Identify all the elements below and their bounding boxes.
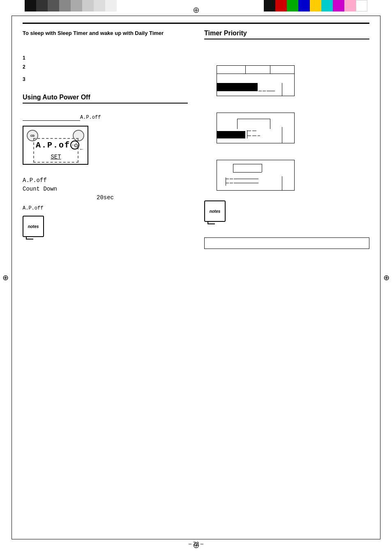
color-strip-left <box>25 0 117 12</box>
spacer-r2 <box>204 100 369 113</box>
device-display-mockup: CD A.P.off SET ○ ← <box>23 126 88 165</box>
tl3-box-top <box>233 164 262 164</box>
tl2-hline-bottom <box>217 143 295 143</box>
tl1-vline-left <box>217 65 217 96</box>
cs-r-blue <box>298 0 310 12</box>
countdown-line1: A.P.off <box>23 176 188 185</box>
tl1-dash3 <box>267 91 275 91</box>
tl3-box-right <box>262 164 262 172</box>
spacer-5 <box>23 169 188 173</box>
notes-pen-right <box>208 221 215 224</box>
countdown-line2: Count Down <box>23 185 188 193</box>
color-strip-right <box>264 0 367 12</box>
tl2-fill <box>217 131 245 138</box>
num-2: 2 <box>23 64 25 70</box>
page-border-right <box>380 16 380 539</box>
cs-dark1 <box>36 0 48 12</box>
two-col-layout: To sleep with Sleep Timer and wake up wi… <box>23 30 369 249</box>
cs-light3 <box>105 0 117 12</box>
timeline-diagram-3 <box>212 160 303 191</box>
tl2-inner-top <box>237 119 270 119</box>
cs-r-cyan <box>321 0 333 12</box>
tl3-hline-top <box>217 160 295 160</box>
subsection-title: To sleep with Sleep Timer and wake up wi… <box>23 30 188 37</box>
countdown-line3: 20sec <box>23 193 188 202</box>
spacer-r4 <box>204 195 369 200</box>
tl2-inner-right <box>270 119 270 129</box>
spacer-r3 <box>204 147 369 160</box>
tl3-box-bottom <box>233 172 262 173</box>
notes-text-right: notes <box>210 209 221 214</box>
left-column: To sleep with Sleep Timer and wake up wi… <box>23 30 188 249</box>
section-divider <box>23 103 188 104</box>
tl3-vline-right <box>294 160 295 191</box>
tl2-d5 <box>252 131 256 131</box>
cs-mid2 <box>71 0 82 12</box>
cs-light2 <box>94 0 105 12</box>
tl2-inner-left <box>237 119 238 129</box>
tl2-vline-left <box>217 113 217 143</box>
notes-area-left: notes <box>23 216 188 237</box>
tl2-d2 <box>252 136 256 136</box>
display-set-text: SET <box>51 154 61 160</box>
page-border-top <box>12 16 380 16</box>
arrow-indicator: ← <box>79 146 84 152</box>
cs-r-white <box>356 0 367 12</box>
tl1-dash1 <box>258 91 262 91</box>
tl3-vt2 <box>282 176 282 191</box>
cs-r-red <box>275 0 287 12</box>
tl2-vt2 <box>282 127 282 143</box>
tl1-hline-bottom <box>217 96 295 96</box>
bottom-info-box <box>204 237 369 249</box>
timeline-diagram-1 <box>212 65 303 96</box>
tl3-d5 <box>234 183 258 183</box>
numbered-item-2: 2 <box>23 63 188 71</box>
tl2-d4 <box>247 131 251 131</box>
cs-r-pink <box>344 0 356 12</box>
cs-r-green <box>287 0 298 12</box>
notes-pen-left <box>26 236 33 240</box>
tl3-d3 <box>226 179 229 179</box>
notes-area-right: notes <box>204 200 369 222</box>
page-border-left <box>12 16 12 539</box>
tl3-box-left <box>233 164 233 172</box>
numbered-item-3: 3 <box>23 76 188 83</box>
reg-mark-left: ⊕ <box>2 273 9 282</box>
num-1: 1 <box>23 55 25 61</box>
cs-r-yellow <box>310 0 321 12</box>
tl3-vt1 <box>226 177 226 186</box>
spacer-1 <box>23 39 188 54</box>
cs-r-black <box>264 0 275 12</box>
tl1-vtick-right <box>282 83 282 96</box>
tl1-mid-line <box>217 74 295 74</box>
spacer-3 <box>23 85 188 94</box>
spacer-6 <box>23 212 188 216</box>
tl3-d4 <box>230 179 233 179</box>
top-section-rule <box>23 23 369 24</box>
tl3-d6 <box>234 179 258 179</box>
tl2-hline-top <box>217 113 295 113</box>
using-auto-power-off-section: Using Auto Power Off A.P.off CD <box>23 94 188 237</box>
tl1-vline-right <box>294 65 295 96</box>
main-content: To sleep with Sleep Timer and wake up wi… <box>23 23 369 532</box>
tl3-d1 <box>226 183 229 183</box>
cs-dark2 <box>48 0 59 12</box>
page-number: – 72 – <box>189 541 203 547</box>
tl1-hline-top <box>217 65 295 66</box>
reg-mark-right: ⊕ <box>383 273 390 282</box>
num-3: 3 <box>23 76 25 82</box>
spacer-4 <box>23 107 188 111</box>
tl3-hline-bottom <box>217 190 295 191</box>
timeline-diagram-2 <box>212 113 303 143</box>
reg-mark-top: ⊕ <box>193 5 200 15</box>
tl1-fill-block <box>217 83 258 91</box>
page-border-bottom <box>12 539 380 539</box>
tl2-d3 <box>258 136 260 136</box>
cs-black <box>25 0 36 12</box>
tl1-tick1 <box>245 65 246 74</box>
using-auto-power-off-title: Using Auto Power Off <box>23 94 188 101</box>
timer-priority-title: Timer Priority <box>204 30 369 37</box>
spacer-r5 <box>204 222 369 234</box>
spacer-r1 <box>204 43 369 65</box>
notes-icon-left: notes <box>23 216 44 237</box>
